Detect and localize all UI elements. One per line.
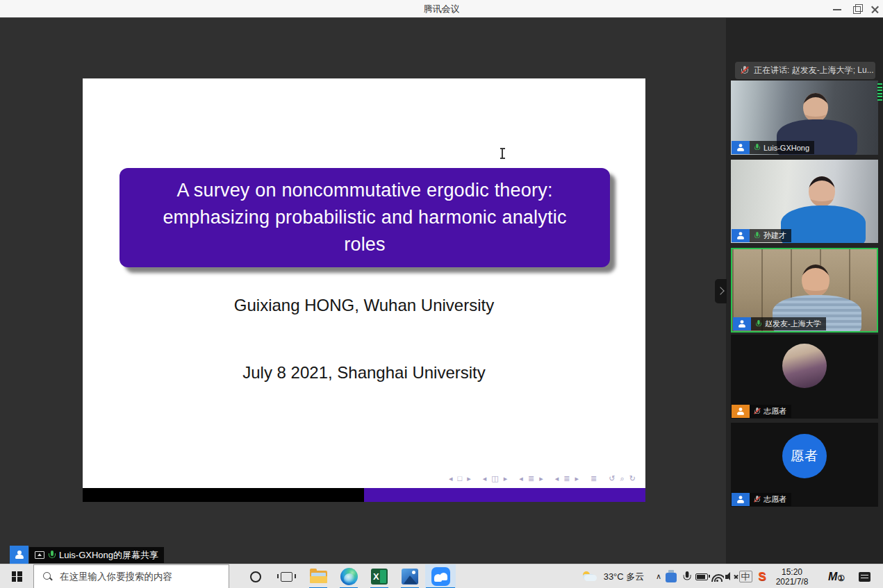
person-icon (736, 408, 744, 415)
ime-mode-indicator[interactable]: 中 (736, 564, 754, 588)
participant-nametag: 志愿者 (732, 493, 791, 506)
mic-on-icon (48, 550, 56, 560)
taskbar-search-box[interactable] (33, 564, 229, 588)
windows-logo-icon (12, 571, 22, 582)
mic-on-icon (754, 231, 760, 240)
person-icon (736, 232, 744, 240)
member-icon (732, 493, 750, 506)
excel-icon (371, 569, 388, 585)
nav-history-icons: ↺ ⌕ ↻ (609, 474, 637, 483)
participant-video-tile[interactable]: Luis-GXHong (731, 81, 878, 155)
participant-name: Luis-GXHong (764, 144, 809, 152)
avatar-initials: 愿者 (782, 434, 827, 478)
slide-title-line: roles (119, 231, 610, 258)
presentation-slide: A survey on noncommutative ergodic theor… (83, 78, 645, 502)
participant-name: 志愿者 (764, 494, 786, 505)
slide-author: Guixiang HONG, Wuhan University (83, 296, 645, 315)
sidebar-collapse-handle[interactable] (715, 279, 727, 303)
nav-appendix-icon: ≣ (591, 474, 598, 483)
member-icon (732, 229, 750, 242)
mic-muted-icon (741, 65, 748, 76)
start-button[interactable] (0, 564, 33, 588)
weather-text[interactable]: 33°C 多云 (599, 564, 649, 588)
clock-date: 2021/7/8 (776, 577, 809, 587)
speaking-banner-text: 正在讲话: 赵发友-上海大学; Lu... (754, 65, 874, 76)
member-icon (733, 317, 751, 330)
shared-screen-stage: A survey on noncommutative ergodic theor… (0, 18, 726, 564)
member-icon (732, 141, 750, 154)
person-icon (15, 551, 24, 560)
share-label: Luis-GXHong的屏幕共享 (29, 547, 164, 563)
wifi-icon (711, 572, 724, 582)
slide-venue: July 8 2021, Shanghai University (83, 363, 645, 383)
participant-name: 志愿者 (764, 406, 786, 417)
participant-name: 赵发友-上海大学 (765, 319, 821, 329)
participants-sidebar: 正在讲话: 赵发友-上海大学; Lu... Luis-GXHong (726, 18, 883, 564)
close-button[interactable] (864, 0, 883, 18)
participant-video-tile[interactable]: 志愿者 (731, 335, 878, 419)
taskbar-app-excel[interactable] (364, 564, 395, 588)
mic-on-icon (754, 143, 760, 152)
photos-icon (402, 569, 418, 585)
notification-icon (859, 572, 870, 582)
cortana-icon (250, 571, 261, 582)
person-icon (738, 320, 745, 328)
slide-title-line: emphasizing probabilistic and harmonic a… (119, 204, 610, 231)
search-icon (42, 571, 53, 582)
desktop-screen: 腾讯会议 A survey on noncommutative ergodic … (0, 0, 883, 588)
sogou-input-icon[interactable]: S (753, 564, 771, 588)
participant-name: 孙建才 (764, 230, 786, 241)
taskbar-app-photos[interactable] (395, 564, 425, 588)
edge-icon (340, 568, 358, 585)
action-center-button[interactable] (853, 564, 875, 588)
weather-widget[interactable] (581, 564, 599, 588)
taskbar-app-file-explorer[interactable] (303, 564, 333, 588)
slide-footer-bars (83, 488, 645, 502)
footer-bar-purple (364, 488, 645, 502)
slide-title-box: A survey on noncommutative ergodic theor… (119, 168, 610, 267)
participant-nametag: 孙建才 (732, 229, 791, 242)
clock-time: 15:20 (782, 567, 802, 577)
mic-muted-icon (754, 407, 760, 416)
footer-bar-black (83, 488, 364, 502)
task-view-button[interactable] (272, 564, 300, 588)
task-view-icon (281, 572, 292, 582)
taskbar-clock[interactable]: 15:20 2021/7/8 (770, 564, 814, 588)
nav-frame-icons: ◂ □ ▸ (449, 474, 472, 483)
nav-subsection-icons: ◂ ≣ ▸ (555, 474, 580, 483)
participant-video-tile[interactable]: 愿者 志愿者 (731, 423, 878, 507)
taskbar-app-tencent-meeting[interactable] (425, 564, 456, 588)
file-explorer-icon (310, 571, 327, 583)
avatar-photo (782, 344, 827, 388)
battery-icon (695, 573, 708, 580)
weather-icon (581, 571, 598, 582)
slide-title-line: A survey on noncommutative ergodic theor… (119, 177, 610, 204)
audio-level-meter (877, 83, 882, 101)
nav-multiframe-icons: ◂ ◫ ▸ (483, 474, 509, 483)
participant-video-tile[interactable]: 孙建才 (731, 160, 878, 243)
window-titlebar: 腾讯会议 (0, 0, 883, 18)
cortana-button[interactable] (242, 564, 270, 588)
tencent-meeting-icon (431, 567, 450, 586)
usb-icon (666, 573, 677, 582)
participant-video-tile-active-speaker[interactable]: 赵发友-上海大学 (731, 248, 878, 333)
person-icon (736, 496, 744, 503)
mic-icon (682, 571, 691, 582)
speaking-banner: 正在讲话: 赵发友-上海大学; Lu... (735, 62, 875, 79)
input-language-indicator[interactable]: M① (824, 564, 849, 588)
member-icon (10, 546, 28, 564)
member-icon (732, 405, 750, 418)
participant-nametag: 志愿者 (732, 405, 791, 418)
mic-muted-icon (754, 495, 760, 504)
mic-on-icon (755, 319, 761, 328)
person-icon (736, 144, 744, 151)
minimize-button[interactable] (827, 0, 848, 18)
search-input[interactable] (60, 571, 220, 582)
windows-taskbar: 33°C 多云 ∧ 中 S 15:20 2021/7/8 M① (0, 564, 883, 588)
nav-section-icons: ◂ ≣ ▸ (519, 474, 544, 483)
screen-share-icon (35, 551, 44, 559)
participant-nametag: 赵发友-上海大学 (733, 317, 826, 330)
text-cursor (500, 148, 505, 159)
window-title: 腾讯会议 (0, 0, 883, 18)
taskbar-app-edge[interactable] (333, 564, 364, 588)
